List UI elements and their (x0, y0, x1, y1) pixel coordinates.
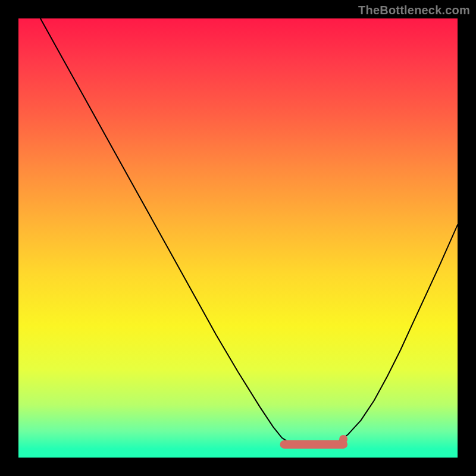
chart-container: TheBottleneck.com (0, 0, 476, 476)
watermark-text: TheBottleneck.com (358, 4, 470, 17)
optimal-end-dot (339, 435, 347, 443)
plot-area (18, 18, 458, 458)
optimal-range-bar (280, 440, 348, 449)
chart-svg (18, 18, 458, 458)
bottleneck-curve (40, 18, 458, 444)
